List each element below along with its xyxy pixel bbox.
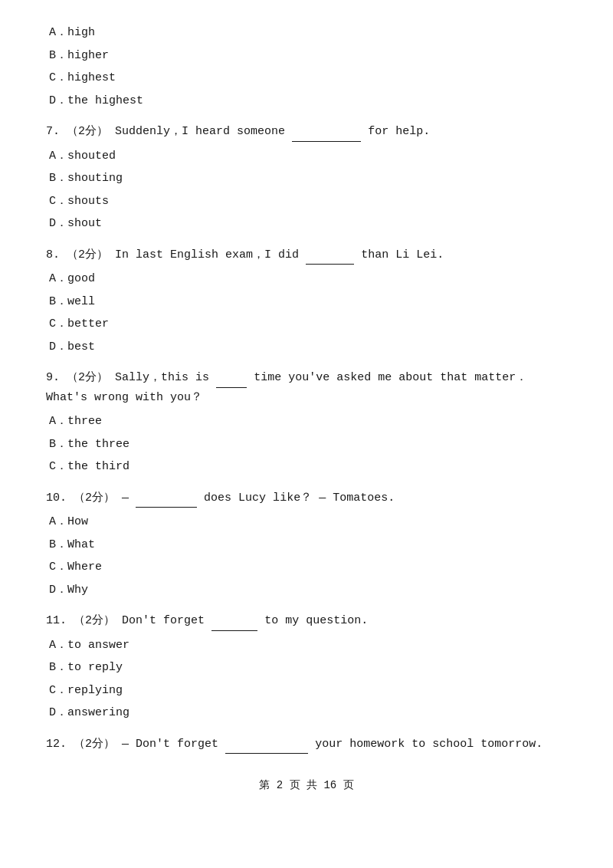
question-blank	[292, 121, 361, 142]
option-letter: C．	[49, 460, 67, 473]
page-number: 第 2 页 共 16 页	[259, 779, 353, 791]
option-letter: C．	[49, 317, 67, 330]
option-text: Where	[67, 561, 102, 574]
option-letter: C．	[49, 71, 67, 84]
option-q10-d: D．Why	[46, 580, 567, 600]
question-text-before: —	[122, 492, 129, 505]
option-text: shouting	[67, 172, 123, 185]
option-q9-b: B．the three	[46, 435, 567, 455]
option-text: What	[67, 538, 95, 551]
question-7: 7. （2分） Suddenly，I heard someone for hel…	[46, 121, 567, 142]
option-text: answering	[67, 706, 129, 719]
option-letter: D．	[49, 217, 67, 230]
option-letter: A．	[49, 150, 67, 163]
option-letter: D．	[49, 340, 67, 353]
option-text: shouts	[67, 195, 109, 208]
question-number: 10.	[46, 492, 67, 505]
option-q8-d: D．best	[46, 337, 567, 357]
question-points: （2分）	[67, 125, 108, 138]
option-letter: A．	[49, 639, 67, 652]
option-q10-c: C．Where	[46, 557, 567, 577]
option-q11-c: C．replying	[46, 681, 567, 701]
question-text-before: In last English exam，I did	[115, 248, 299, 261]
question-text-before: Suddenly，I heard someone	[115, 125, 285, 138]
option-text: to reply	[67, 661, 123, 674]
option-letter: A．	[49, 26, 67, 39]
page-footer: 第 2 页 共 16 页	[46, 777, 567, 795]
option-letter: D．	[49, 584, 67, 597]
question-text-after: to my question.	[264, 614, 368, 627]
option-q7-d: D．shout	[46, 214, 567, 234]
option-q11-b: B．to reply	[46, 658, 567, 678]
option-letter: B．	[49, 49, 67, 62]
option-text: Why	[67, 584, 88, 597]
option-q11-d: D．answering	[46, 703, 567, 723]
option-q6-d: D．the highest	[46, 91, 567, 111]
option-text: the three	[67, 438, 129, 451]
option-q6-a: A．high	[46, 23, 567, 43]
option-q9-c: C．the third	[46, 457, 567, 477]
option-text: three	[67, 415, 102, 428]
question-points: （2分）	[67, 248, 108, 261]
option-text: best	[67, 340, 95, 353]
question-11: 11. （2分） Don't forget to my question.	[46, 610, 567, 631]
option-q6-b: B．higher	[46, 46, 567, 66]
question-blank	[216, 367, 247, 388]
question-blank	[225, 734, 308, 755]
option-q10-b: B．What	[46, 535, 567, 555]
option-letter: A．	[49, 515, 67, 528]
option-letter: B．	[49, 438, 67, 451]
option-text: highest	[67, 71, 116, 84]
option-q8-c: C．better	[46, 314, 567, 334]
question-number: 9.	[46, 371, 60, 384]
question-number: 11.	[46, 614, 67, 627]
question-text-after: does Lucy like？ — Tomatoes.	[204, 492, 395, 505]
question-number: 7.	[46, 125, 60, 138]
question-10: 10. （2分） — does Lucy like？ — Tomatoes.	[46, 488, 567, 508]
question-text-after: than Li Lei.	[361, 248, 444, 261]
option-q9-a: A．three	[46, 412, 567, 432]
option-q6-c: C．highest	[46, 68, 567, 88]
question-blank	[136, 488, 197, 508]
option-text: good	[67, 272, 95, 285]
question-9: 9. （2分） Sally，this is time you've asked …	[46, 367, 567, 407]
option-letter: B．	[49, 172, 67, 185]
question-text-after: your homework to school tomorrow.	[315, 738, 543, 751]
option-letter: C．	[49, 561, 67, 574]
option-text: How	[67, 515, 88, 528]
question-points: （2分）	[74, 492, 115, 505]
question-number: 8.	[46, 248, 60, 261]
question-text-after: for help.	[368, 125, 430, 138]
question-points: （2分）	[67, 371, 108, 384]
option-text: replying	[67, 684, 123, 697]
option-q7-a: A．shouted	[46, 146, 567, 166]
option-q8-b: B．well	[46, 292, 567, 312]
option-text: higher	[67, 49, 109, 62]
option-letter: C．	[49, 195, 67, 208]
option-text: well	[67, 295, 95, 308]
option-q8-a: A．good	[46, 269, 567, 289]
option-q11-a: A．to answer	[46, 636, 567, 656]
option-letter: D．	[49, 706, 67, 719]
option-letter: D．	[49, 94, 67, 107]
question-text-before: — Don't forget	[122, 738, 218, 751]
question-text-before: Sally，this is	[115, 371, 209, 384]
question-blank	[211, 610, 257, 631]
question-number: 12.	[46, 738, 67, 751]
question-blank	[306, 245, 354, 265]
option-q10-a: A．How	[46, 512, 567, 532]
option-letter: A．	[49, 272, 67, 285]
option-letter: A．	[49, 415, 67, 428]
option-letter: C．	[49, 684, 67, 697]
option-text: high	[67, 26, 95, 39]
question-8: 8. （2分） In last English exam，I did than …	[46, 245, 567, 265]
option-q7-c: C．shouts	[46, 192, 567, 212]
option-text: better	[67, 317, 109, 330]
option-letter: B．	[49, 661, 67, 674]
option-text: the third	[67, 460, 129, 473]
option-letter: B．	[49, 538, 67, 551]
option-letter: B．	[49, 295, 67, 308]
question-points: （2分）	[74, 738, 115, 751]
question-text-before: Don't forget	[122, 614, 205, 627]
option-text: shout	[67, 217, 102, 230]
